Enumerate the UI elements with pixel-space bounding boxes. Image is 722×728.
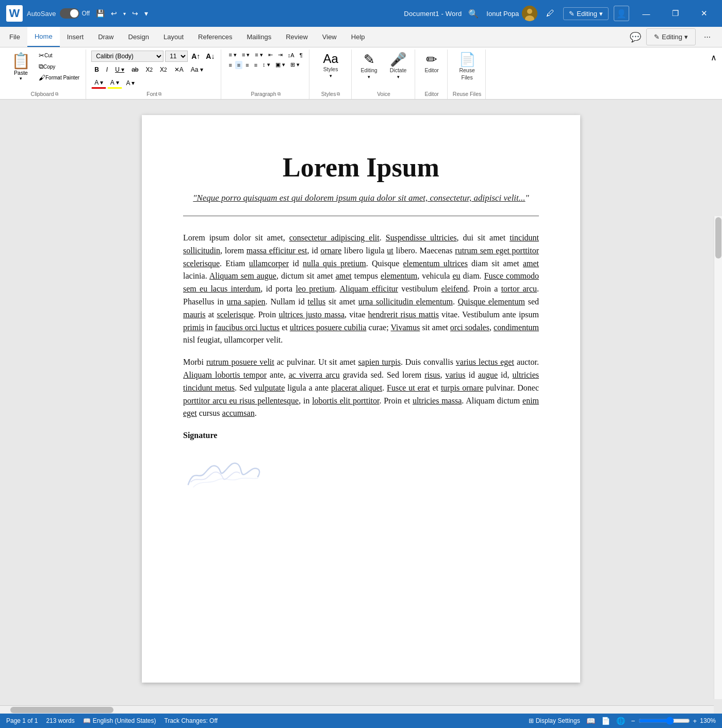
bullets-button[interactable]: ≡ ▾ <box>226 51 238 59</box>
styles-group-label[interactable]: Styles ⧉ <box>321 90 340 99</box>
status-bar: Page 1 of 1 213 words 📖 English (United … <box>0 714 722 728</box>
zoom-out-button[interactable]: − <box>631 717 635 725</box>
tab-mailings[interactable]: Mailings <box>240 27 279 47</box>
undo-button[interactable]: ↩ <box>109 7 119 20</box>
font-family-select[interactable]: Calibri (Body) <box>91 51 163 62</box>
redo-button[interactable]: ↪ <box>130 7 140 20</box>
vertical-scrollbar[interactable] <box>714 216 722 699</box>
page-info: Page 1 of 1 <box>6 717 38 724</box>
tab-file[interactable]: File <box>2 27 27 47</box>
dictate-button[interactable]: 🎤 Dictate ▾ <box>386 51 411 82</box>
editing-button[interactable]: ✎ Editing ▾ <box>357 51 382 82</box>
bold-button[interactable]: B <box>91 64 102 75</box>
editing-tab-button[interactable]: ✎ Editing ▾ <box>646 28 696 45</box>
font-color-button[interactable]: A ▾ <box>91 77 106 89</box>
autosave-toggle[interactable]: Off <box>60 8 90 19</box>
read-view-button[interactable]: 📖 <box>586 717 595 725</box>
voice-group: ✎ Editing ▾ 🎤 Dictate ▾ Voice <box>353 50 416 99</box>
font-label[interactable]: Font ⧉ <box>146 90 161 99</box>
italic-button[interactable]: I <box>103 64 111 75</box>
align-center-button[interactable]: ≡ <box>235 61 242 69</box>
subscript-button[interactable]: X2 <box>143 64 156 75</box>
clear-format-button[interactable]: ✕A <box>171 64 187 75</box>
clipboard-group: 📋 Paste ▾ ✂ Cut ⧉ Copy 🖌 Format Painter … <box>3 50 86 99</box>
pen-button[interactable]: 🖊 <box>543 6 558 21</box>
tab-layout[interactable]: Layout <box>156 27 191 47</box>
svg-point-1 <box>527 9 532 14</box>
align-left-button[interactable]: ≡ <box>226 61 234 69</box>
underline-button[interactable]: U ▾ <box>112 64 127 75</box>
voice-label: Voice <box>377 90 390 99</box>
restore-button[interactable]: ❐ <box>663 0 687 27</box>
change-case-button[interactable]: Aa ▾ <box>188 64 206 75</box>
decrease-indent-button[interactable]: ⇤ <box>266 51 275 59</box>
align-right-button[interactable]: ≡ <box>243 61 251 69</box>
line-spacing-button[interactable]: ↕ ▾ <box>260 60 272 69</box>
format-painter-label: Format Painter <box>45 75 79 80</box>
justify-button[interactable]: ≡ <box>252 61 259 69</box>
tab-draw[interactable]: Draw <box>91 27 121 47</box>
grow-font-button[interactable]: A↑ <box>189 51 202 61</box>
quick-access-toolbar: 💾 ↩ ▾ ↪ ▾ <box>94 7 150 20</box>
cut-button[interactable]: ✂ Cut <box>37 51 81 60</box>
search-button[interactable]: 🔍 <box>466 6 481 21</box>
superscript-button[interactable]: X2 <box>157 64 170 75</box>
signature-image <box>183 448 266 495</box>
numbering-button[interactable]: ≡ ▾ <box>240 51 252 59</box>
scroll-thumb[interactable] <box>715 217 721 258</box>
sort-button[interactable]: ↕A <box>286 51 297 59</box>
horizontal-scroll-thumb[interactable] <box>10 707 113 713</box>
paste-button[interactable]: 📋 Paste ▾ <box>7 51 35 82</box>
collapse-ribbon-button[interactable]: ∧ <box>709 52 719 63</box>
web-layout-button[interactable]: 🌐 <box>616 717 625 725</box>
tab-design[interactable]: Design <box>121 27 156 47</box>
copy-button[interactable]: ⧉ Copy <box>37 61 81 72</box>
increase-indent-button[interactable]: ⇥ <box>276 51 285 59</box>
text-shading-button[interactable]: A ▾ <box>123 77 138 89</box>
highlight-button[interactable]: A ▾ <box>107 77 122 89</box>
shading-button[interactable]: ▣ ▾ <box>273 60 287 69</box>
zoom-slider[interactable] <box>638 717 690 725</box>
cut-label: Cut <box>44 53 53 58</box>
tab-references[interactable]: References <box>191 27 239 47</box>
print-layout-button[interactable]: 📄 <box>601 717 610 725</box>
editing-mode-button[interactable]: ✎ Editing ▾ <box>563 7 609 20</box>
paragraph-group: ≡ ▾ ≡ ▾ ≡ ▾ ⇤ ⇥ ↕A ¶ ≡ ≡ ≡ ≡ ↕ ▾ ▣ ▾ ⊞ ▾ <box>222 50 309 99</box>
borders-button[interactable]: ⊞ ▾ <box>288 60 302 69</box>
close-button[interactable]: ✕ <box>692 0 716 27</box>
reuse-files-group: 📄 Reuse Files Reuse Files <box>449 50 486 99</box>
tab-help[interactable]: Help <box>344 27 372 47</box>
tab-review[interactable]: Review <box>278 27 315 47</box>
more-options-button[interactable]: ⋯ <box>697 29 718 45</box>
customize-quick-access-button[interactable]: ▾ <box>142 7 150 20</box>
zoom-in-button[interactable]: + <box>693 717 697 725</box>
document-divider <box>183 216 539 216</box>
strikethrough-button[interactable]: ab <box>128 64 141 75</box>
document-subtitle: "Neque porro quisquam est qui dolorem ip… <box>183 193 539 203</box>
clipboard-label[interactable]: Clipboard ⧉ <box>31 90 58 99</box>
undo-dropdown-button[interactable]: ▾ <box>121 9 128 19</box>
display-settings-button[interactable]: ⊞ Display Settings <box>529 717 580 724</box>
horizontal-scrollbar[interactable] <box>0 705 714 714</box>
editing-mode-icon: ✎ <box>569 10 575 18</box>
dictate-icon: 🎤 <box>390 53 406 66</box>
tab-insert[interactable]: Insert <box>60 27 91 47</box>
editing-tab-label: Editing <box>662 33 682 41</box>
share-button[interactable]: 👤 <box>614 6 629 21</box>
reuse-files-button[interactable]: 📄 Reuse Files <box>455 51 480 83</box>
editing-mode-label: Editing <box>577 10 597 18</box>
styles-button[interactable]: Aa Styles ▾ <box>319 51 342 80</box>
editor-button[interactable]: ✏ Editor <box>420 51 442 75</box>
app-name: Word <box>446 10 462 18</box>
save-button[interactable]: 💾 <box>94 7 107 20</box>
format-painter-button[interactable]: 🖌 Format Painter <box>37 73 81 83</box>
comments-button[interactable]: 💬 <box>626 29 645 45</box>
font-size-select[interactable]: 11 <box>165 51 188 62</box>
multilevel-button[interactable]: ≡ ▾ <box>253 51 265 59</box>
paragraph-label[interactable]: Paragraph ⧉ <box>251 90 280 99</box>
tab-home[interactable]: Home <box>27 27 60 47</box>
minimize-button[interactable]: — <box>634 0 658 27</box>
tab-view[interactable]: View <box>315 27 344 47</box>
pilcrow-button[interactable]: ¶ <box>298 51 305 59</box>
shrink-font-button[interactable]: A↓ <box>204 51 217 61</box>
